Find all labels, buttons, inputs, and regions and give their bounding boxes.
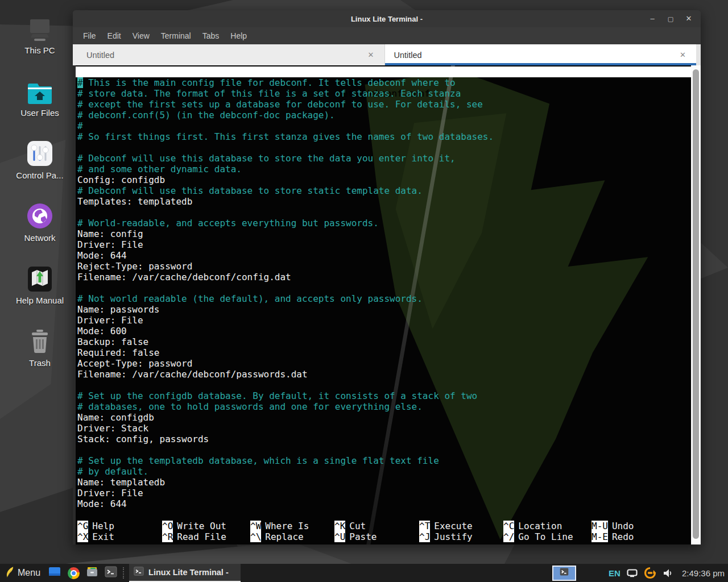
terminal-line: Reject-Type: password	[77, 261, 691, 272]
shortcut: ^XExit	[77, 531, 162, 542]
tab-untitled-2[interactable]: Untitled ✕	[385, 44, 697, 65]
terminal-line: Name: templatedb	[77, 477, 691, 488]
shortcut: ^KCut	[334, 521, 419, 531]
desktop-icon-trash[interactable]: Trash	[6, 326, 74, 368]
shortcut-row: ^GHelp^OWrite Out^WWhere Is^KCut^TExecut…	[77, 521, 691, 531]
clock[interactable]: 2:49:36 pm	[682, 568, 725, 578]
terminal-icon	[134, 566, 144, 579]
volume-tray-icon[interactable]	[663, 568, 673, 578]
close-button[interactable]	[684, 14, 694, 24]
desktop-icon-this-pc[interactable]: This PC	[6, 14, 74, 55]
terminal-line	[77, 142, 691, 153]
terminal-line: Required: false	[77, 347, 691, 358]
terminal-line: Filename: /var/cache/debconf/passwords.d…	[77, 369, 691, 380]
show-desktop-button[interactable]	[48, 566, 61, 580]
desktop-icon-label: Control Pa...	[6, 171, 74, 180]
terminal-line: # store data. The format of this file is…	[77, 88, 691, 99]
workspace-switcher[interactable]	[552, 566, 576, 581]
shortcut: M-UUndo	[592, 521, 691, 531]
task-button-label: Linux Lite Terminal -	[148, 568, 229, 577]
window-title: Linux Lite Terminal -	[351, 15, 423, 23]
shortcut: ^OWrite Out	[162, 521, 250, 531]
desktop-icon-label: Trash	[6, 358, 74, 368]
terminal-screen[interactable]: GNU nano 7.2 /etc/debconf.conf # This is…	[76, 65, 691, 544]
terminal-line: Mode: 600	[77, 326, 691, 336]
terminal-line: Driver: Stack	[77, 423, 691, 434]
tab-close-icon[interactable]: ✕	[680, 51, 696, 59]
help-manual-icon	[6, 264, 74, 292]
terminal-line	[77, 380, 691, 390]
terminal-line: # except the first sets up a database fo…	[77, 99, 691, 110]
menu-button-label: Menu	[18, 568, 40, 578]
terminal-line: Templates: templatedb	[77, 196, 691, 207]
menubar: File Edit View Terminal Tabs Help	[73, 27, 701, 44]
terminal-line: Name: config	[77, 228, 691, 239]
display-icon	[48, 566, 61, 580]
terminal-line: Filename: /var/cache/debconf/config.dat	[77, 272, 691, 282]
menu-terminal[interactable]: Terminal	[155, 29, 197, 43]
terminal-line: Accept-Type: password	[77, 358, 691, 369]
display-settings-tray-icon[interactable]	[627, 569, 638, 577]
menu-tabs[interactable]: Tabs	[197, 29, 225, 43]
shortcut: ^RRead File	[162, 531, 250, 542]
terminal-launcher[interactable]	[104, 566, 118, 580]
shortcut: ^\Replace	[250, 531, 334, 542]
terminal-line: # debconf.conf(5) (in the debconf-doc pa…	[77, 110, 691, 120]
control-panel-icon	[6, 139, 74, 167]
terminal-line: # Debconf will use this database to stor…	[77, 153, 691, 164]
terminal-line: Driver: File	[77, 239, 691, 250]
chrome-launcher[interactable]	[67, 566, 80, 580]
updates-tray-icon[interactable]	[644, 567, 656, 579]
keyboard-layout-indicator[interactable]: EN	[609, 568, 621, 578]
terminal-line: Driver: File	[77, 488, 691, 498]
terminal-area: GNU nano 7.2 /etc/debconf.conf # This is…	[73, 65, 701, 544]
file-cabinet-icon	[86, 566, 98, 580]
menu-button[interactable]: Menu	[3, 565, 43, 581]
shortcut: ^GHelp	[77, 521, 162, 531]
computer-icon	[6, 14, 74, 42]
desktop-icon-control-panel[interactable]: Control Pa...	[6, 139, 74, 180]
linux-lite-feather-icon	[6, 566, 14, 580]
terminal-line: Name: configdb	[77, 412, 691, 423]
scrollbar-thumb[interactable]	[693, 69, 699, 539]
desktop-icon-label: Help Manual	[6, 296, 74, 305]
maximize-button[interactable]	[665, 14, 676, 24]
terminal-scrollbar[interactable]	[691, 65, 701, 544]
desktop-icon-help-manual[interactable]: Help Manual	[6, 264, 74, 305]
window-titlebar[interactable]: Linux Lite Terminal -	[73, 10, 701, 27]
tab-bar: Untitled ✕ Untitled ✕	[73, 44, 701, 65]
shortcut: ^/Go To Line	[503, 531, 592, 542]
window-controls	[647, 10, 694, 27]
trash-icon	[6, 326, 74, 355]
taskbar: Menu	[0, 564, 728, 582]
terminal-line: Driver: File	[77, 315, 691, 326]
terminal-line: # So first things first. This first stan…	[77, 131, 691, 142]
menu-edit[interactable]: Edit	[102, 29, 127, 43]
shortcut: ^CLocation	[503, 521, 592, 531]
minimize-button[interactable]	[647, 14, 657, 24]
terminal-line: #	[77, 120, 691, 131]
shortcut: M-ERedo	[592, 531, 691, 542]
menu-help[interactable]: Help	[225, 29, 253, 43]
shortcut: ^TExecute	[419, 521, 503, 531]
network-globe-icon	[6, 201, 74, 230]
desktop-icon-label: Network	[6, 233, 74, 243]
menu-view[interactable]: View	[127, 29, 155, 43]
nano-shortcut-bar: ^GHelp^OWrite Out^WWhere Is^KCut^TExecut…	[77, 521, 691, 542]
terminal-icon	[105, 566, 117, 580]
file-manager-launcher[interactable]	[85, 566, 99, 580]
tab-untitled-1[interactable]: Untitled ✕	[73, 44, 385, 65]
terminal-line: # by default.	[77, 466, 691, 477]
desktop-icon-user-files[interactable]: User Files	[6, 76, 74, 118]
terminal-line: # Set up the configdb database. By defau…	[77, 390, 691, 401]
shortcut-row: ^XExit^RRead File^\Replace^UPaste^JJusti…	[77, 531, 691, 542]
tab-close-icon[interactable]: ✕	[368, 51, 384, 59]
terminal-line	[77, 444, 691, 455]
shortcut: ^JJustify	[419, 531, 503, 542]
terminal-line	[77, 207, 691, 218]
taskbar-window-button[interactable]: Linux Lite Terminal -	[129, 564, 241, 582]
desktop[interactable]: This PC User Files	[0, 0, 728, 582]
menu-file[interactable]: File	[77, 29, 102, 43]
desktop-icon-network[interactable]: Network	[6, 201, 74, 243]
terminal-line: # Not world readable (the default), and …	[77, 293, 691, 304]
